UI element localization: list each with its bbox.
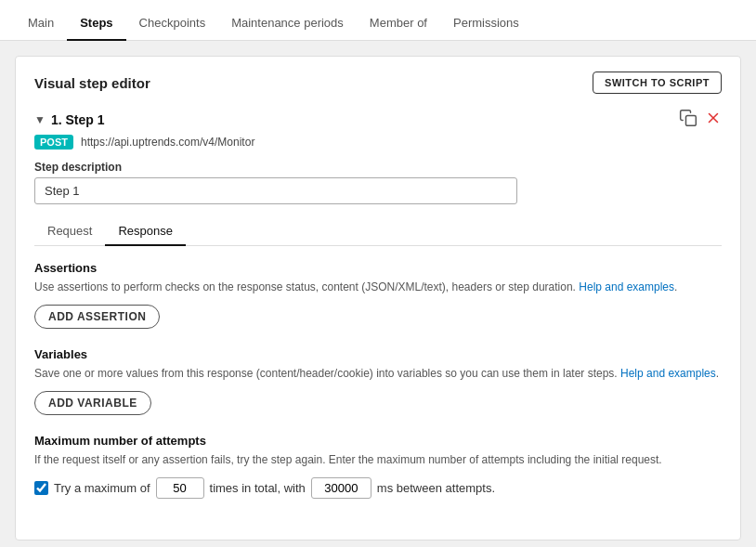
add-variable-button[interactable]: ADD VARIABLE [34, 391, 151, 415]
delete-step-icon[interactable] [705, 110, 722, 130]
chevron-icon[interactable]: ▼ [34, 113, 46, 126]
tab-member-of[interactable]: Member of [357, 7, 440, 41]
step-description-input[interactable] [34, 177, 517, 204]
max-attempts-times-input[interactable] [156, 477, 204, 499]
variables-title: Variables [34, 347, 722, 361]
assertions-section: Assertions Use assertions to perform che… [34, 261, 722, 329]
max-attempts-row: Try a maximum of times in total, with ms… [34, 477, 722, 499]
max-attempts-prefix: Try a maximum of [54, 481, 150, 495]
variables-description: Save one or more values from this respon… [34, 365, 722, 382]
editor-header: Visual step editor SWITCH TO SCRIPT [34, 72, 722, 94]
tab-checkpoints[interactable]: Checkpoints [126, 7, 219, 41]
editor-title: Visual step editor [34, 75, 150, 91]
step-description-label: Step description [34, 161, 722, 174]
step-url: https://api.uptrends.com/v4/Monitor [81, 136, 254, 149]
request-response-tabs: Request Response [34, 217, 722, 246]
add-assertion-button[interactable]: ADD ASSERTION [34, 305, 160, 329]
tab-main[interactable]: Main [15, 7, 67, 41]
top-navigation: Main Steps Checkpoints Maintenance perio… [0, 0, 756, 41]
svg-rect-0 [686, 116, 697, 126]
step-header-row: ▼ 1. Step 1 [34, 109, 722, 131]
max-attempts-section: Maximum number of attempts If the reques… [34, 434, 722, 499]
variables-section: Variables Save one or more values from t… [34, 347, 722, 415]
assertions-title: Assertions [34, 261, 722, 275]
tab-permissions[interactable]: Permissions [440, 7, 532, 41]
max-attempts-checkbox[interactable] [34, 481, 48, 495]
url-row: POST https://api.uptrends.com/v4/Monitor [34, 135, 722, 150]
step-left: ▼ 1. Step 1 [34, 112, 104, 127]
response-tab-panel: Assertions Use assertions to perform che… [34, 246, 722, 499]
assertions-description: Use assertions to perform checks on the … [34, 279, 722, 295]
method-badge: POST [34, 135, 73, 150]
max-attempts-title: Maximum number of attempts [34, 434, 722, 448]
assertions-help-link[interactable]: Help and examples [579, 280, 674, 293]
max-attempts-middle: times in total, with [210, 481, 306, 495]
max-attempts-suffix: ms between attempts. [377, 481, 495, 495]
step-item-1: ▼ 1. Step 1 [34, 109, 722, 499]
step-actions [679, 109, 722, 131]
tab-request[interactable]: Request [34, 217, 105, 246]
main-content: Visual step editor SWITCH TO SCRIPT ▼ 1.… [0, 41, 756, 547]
step-title: 1. Step 1 [51, 112, 105, 127]
tab-steps[interactable]: Steps [67, 7, 125, 41]
tab-maintenance-periods[interactable]: Maintenance periods [218, 7, 357, 41]
tab-response[interactable]: Response [105, 217, 186, 246]
variables-help-link[interactable]: Help and examples [620, 367, 716, 380]
max-attempts-description: If the request itself or any assertion f… [34, 451, 722, 468]
max-attempts-ms-input[interactable] [311, 477, 371, 499]
copy-step-icon[interactable] [679, 109, 697, 131]
visual-step-editor-card: Visual step editor SWITCH TO SCRIPT ▼ 1.… [15, 56, 741, 540]
switch-to-script-button[interactable]: SWITCH TO SCRIPT [593, 72, 722, 94]
